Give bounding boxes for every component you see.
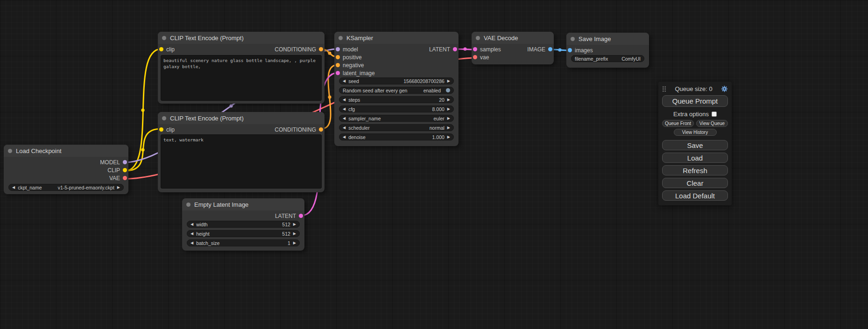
decrement-arrow-icon[interactable]: ◀ <box>343 79 346 83</box>
increment-arrow-icon[interactable]: ▶ <box>447 117 450 120</box>
decrement-arrow-icon[interactable]: ◀ <box>191 232 193 236</box>
input-slot-positive[interactable] <box>336 55 340 59</box>
increment-arrow-icon[interactable]: ▶ <box>117 186 120 189</box>
node-status-dot[interactable] <box>8 149 12 153</box>
node-empty-latent-image[interactable]: Empty Latent Image LATENT ◀ width 512 ▶ … <box>182 198 304 251</box>
node-save-image[interactable]: Save Image images filename_prefix ComfyU… <box>566 33 649 68</box>
decrement-arrow-icon[interactable]: ◀ <box>343 98 346 102</box>
widget-name: height <box>196 231 210 237</box>
widget-seed[interactable]: ◀ seed 156680208700286 ▶ <box>339 77 454 84</box>
node-status-dot[interactable] <box>162 36 166 40</box>
output-slot-clip[interactable] <box>123 168 127 172</box>
increment-arrow-icon[interactable]: ▶ <box>293 241 296 245</box>
input-slot-images[interactable] <box>568 48 572 52</box>
output-label-image: IMAGE <box>527 46 545 53</box>
positive-prompt-textarea[interactable]: beautiful scenery nature glass bottle la… <box>161 55 322 101</box>
view-history-button[interactable]: View History <box>674 129 717 136</box>
output-slot-conditioning[interactable] <box>319 127 323 132</box>
node-title-bar[interactable]: KSampler <box>334 32 459 44</box>
node-title-bar[interactable]: CLIP Text Encode (Prompt) <box>158 112 325 124</box>
view-queue-button[interactable]: View Queue <box>696 120 728 127</box>
increment-arrow-icon[interactable]: ▶ <box>293 232 296 236</box>
input-slot-clip[interactable] <box>159 47 163 51</box>
clear-button[interactable]: Clear <box>662 178 728 188</box>
widget-scheduler[interactable]: ◀ scheduler normal ▶ <box>339 124 454 131</box>
input-slot-model[interactable] <box>336 47 340 51</box>
load-default-button[interactable]: Load Default <box>662 190 728 201</box>
output-slot-conditioning[interactable] <box>319 47 323 51</box>
node-title-bar[interactable]: Empty Latent Image <box>182 198 304 210</box>
decrement-arrow-icon[interactable]: ◀ <box>343 117 346 120</box>
increment-arrow-icon[interactable]: ▶ <box>447 79 450 83</box>
output-slot-vae[interactable] <box>123 176 127 180</box>
widget-height[interactable]: ◀ height 512 ▶ <box>187 230 300 237</box>
widget-random-seed-toggle[interactable]: Random seed after every gen enabled <box>339 87 454 94</box>
link-midpoint-dot <box>328 95 331 98</box>
drag-handle-icon[interactable] <box>662 86 666 92</box>
widget-filename-prefix[interactable]: filename_prefix ComfyUI <box>571 55 644 62</box>
input-slot-samples[interactable] <box>473 47 477 51</box>
node-graph-canvas[interactable]: Load Checkpoint MODEL CLIP VAE ◀ ckpt_na… <box>0 0 868 329</box>
output-slot-model[interactable] <box>123 160 127 164</box>
node-status-dot[interactable] <box>571 37 575 41</box>
widget-value: 1.000 <box>432 134 445 140</box>
node-title-bar[interactable]: CLIP Text Encode (Prompt) <box>158 32 325 44</box>
link-midpoint-dot <box>141 148 144 151</box>
node-vae-decode[interactable]: VAE Decode samples IMAGE vae <box>472 32 554 64</box>
input-label-model: model <box>343 46 358 53</box>
widget-ckpt-name[interactable]: ◀ ckpt_name v1-5-pruned-emaonly.ckpt ▶ <box>8 184 124 191</box>
extra-options-checkbox[interactable] <box>712 112 717 117</box>
refresh-button[interactable]: Refresh <box>662 165 728 175</box>
queue-prompt-button[interactable]: Queue Prompt <box>662 95 728 107</box>
widget-width[interactable]: ◀ width 512 ▶ <box>187 221 300 228</box>
widget-value: 20 <box>439 97 445 103</box>
increment-arrow-icon[interactable]: ▶ <box>293 223 296 226</box>
input-slot-vae[interactable] <box>473 55 477 59</box>
decrement-arrow-icon[interactable]: ◀ <box>191 223 193 226</box>
decrement-arrow-icon[interactable]: ◀ <box>12 186 15 189</box>
node-load-checkpoint[interactable]: Load Checkpoint MODEL CLIP VAE ◀ ckpt_na… <box>4 145 128 194</box>
settings-gear-icon[interactable] <box>721 85 728 92</box>
widget-denoise[interactable]: ◀ denoise 1.000 ▶ <box>339 133 454 140</box>
save-button[interactable]: Save <box>662 140 728 150</box>
node-clip-text-encode-negative[interactable]: CLIP Text Encode (Prompt) clip CONDITION… <box>158 112 325 192</box>
node-status-dot[interactable] <box>339 36 343 40</box>
increment-arrow-icon[interactable]: ▶ <box>447 107 450 111</box>
toggle-indicator-icon[interactable] <box>446 88 450 92</box>
load-button[interactable]: Load <box>662 153 728 163</box>
node-ksampler[interactable]: KSampler model LATENT positive negative <box>334 32 459 146</box>
node-title: Save Image <box>579 35 611 42</box>
increment-arrow-icon[interactable]: ▶ <box>447 126 450 130</box>
input-slot-latent-image[interactable] <box>336 71 340 75</box>
widget-batch-size[interactable]: ◀ batch_size 1 ▶ <box>187 239 300 246</box>
widget-cfg[interactable]: ◀ cfg 8.000 ▶ <box>339 105 454 112</box>
output-slot-latent[interactable] <box>299 214 303 218</box>
widget-value: enabled <box>423 88 441 93</box>
widget-sampler-name[interactable]: ◀ sampler_name euler ▶ <box>339 115 454 122</box>
node-status-dot[interactable] <box>186 203 191 207</box>
queue-front-button[interactable]: Queue Front <box>662 120 694 127</box>
widget-steps[interactable]: ◀ steps 20 ▶ <box>339 96 454 103</box>
input-slot-negative[interactable] <box>336 63 340 67</box>
node-status-dot[interactable] <box>162 116 166 120</box>
queue-menu-panel: Queue size: 0 Queue Prompt Extra options… <box>658 82 732 205</box>
decrement-arrow-icon[interactable]: ◀ <box>343 107 346 111</box>
input-slot-clip[interactable] <box>159 127 163 132</box>
decrement-arrow-icon[interactable]: ◀ <box>191 241 193 245</box>
output-slot-latent[interactable] <box>453 47 457 51</box>
widget-name: seed <box>348 78 359 84</box>
node-title-bar[interactable]: Load Checkpoint <box>4 145 128 157</box>
negative-prompt-textarea[interactable]: text, watermark <box>161 134 322 189</box>
decrement-arrow-icon[interactable]: ◀ <box>343 126 346 130</box>
output-slot-image[interactable] <box>548 47 552 51</box>
increment-arrow-icon[interactable]: ▶ <box>447 135 450 139</box>
increment-arrow-icon[interactable]: ▶ <box>447 98 450 102</box>
node-title-bar[interactable]: Save Image <box>566 33 649 45</box>
node-title-bar[interactable]: VAE Decode <box>472 32 554 44</box>
node-status-dot[interactable] <box>476 36 480 40</box>
input-label-vae: vae <box>480 54 489 61</box>
widget-value: 156680208700286 <box>403 78 445 84</box>
node-clip-text-encode-positive[interactable]: CLIP Text Encode (Prompt) clip CONDITION… <box>158 32 325 104</box>
decrement-arrow-icon[interactable]: ◀ <box>343 135 346 139</box>
output-label-conditioning: CONDITIONING <box>275 126 316 133</box>
